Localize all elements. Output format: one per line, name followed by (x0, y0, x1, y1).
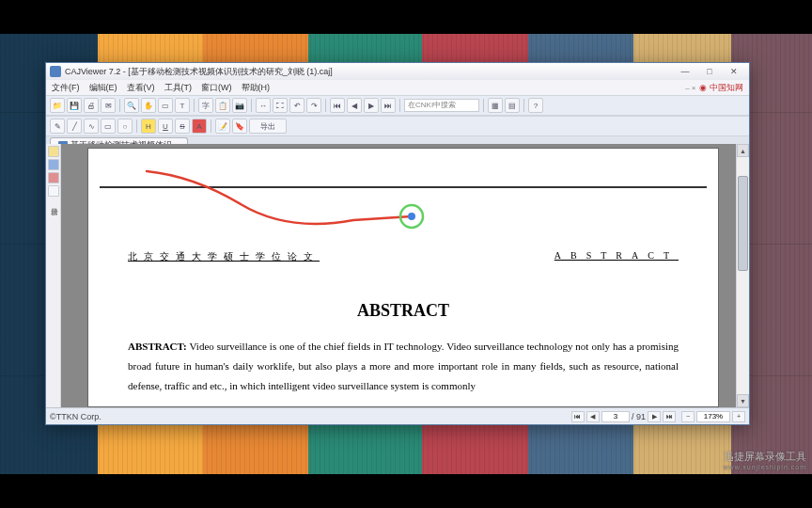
app-icon (50, 66, 61, 77)
last-page-button[interactable]: ⏭ (381, 98, 396, 113)
status-next-button[interactable]: ▶ (648, 411, 661, 422)
color-button[interactable]: A (192, 119, 207, 134)
document-title: ABSTRACT (100, 301, 707, 321)
letterbox-top (0, 0, 812, 34)
zoom-in-button[interactable]: + (732, 411, 745, 422)
fit-page-button[interactable]: ⛶ (273, 98, 288, 113)
underline-button[interactable]: U (158, 119, 173, 134)
fit-width-button[interactable]: ↔ (256, 98, 271, 113)
rotate-left-button[interactable]: ↶ (289, 98, 304, 113)
strikethrough-button[interactable]: S (175, 119, 190, 134)
sidebar-tools: 目录 (46, 144, 61, 407)
document-viewport[interactable]: 北京交通大学硕士学位论文 ABSTRACT ABSTRACT ABSTRACT:… (61, 144, 736, 407)
status-copyright: ©TTKN Corp. (50, 412, 566, 421)
save-button[interactable]: 💾 (67, 98, 82, 113)
menu-edit[interactable]: 编辑(E) (89, 82, 117, 94)
toolbar-row-1: 📁 💾 🖨 ✉ 🔍 ✋ ▭ T 字 📋 📷 ↔ ⛶ ↶ ↷ ⏮ ◀ ▶ ⏭ 在C… (46, 95, 749, 116)
bookmark-button[interactable]: 🔖 (232, 119, 247, 134)
maximize-button[interactable]: □ (698, 65, 721, 78)
status-first-button[interactable]: ⏮ (571, 411, 585, 422)
highlight-red-tool[interactable] (48, 172, 59, 183)
layout-button-1[interactable]: ▦ (488, 98, 503, 113)
snapshot-button[interactable]: 📷 (232, 98, 247, 113)
svg-point-0 (400, 205, 423, 228)
cnki-search-input[interactable]: 在CNKI中搜索 (404, 99, 479, 112)
vertical-scrollbar[interactable]: ▲ ▼ (736, 144, 749, 407)
toolbar-row-2: ✎ ╱ ∿ ▭ ○ H U S A 📝 🔖 导出 (46, 116, 749, 136)
page-navigation: ⏮ ◀ / 91 ▶ ⏭ (571, 411, 676, 422)
cnki-link[interactable]: ◉ 中国知网 (699, 82, 743, 94)
export-button[interactable]: 导出 (249, 119, 287, 134)
status-last-button[interactable]: ⏭ (663, 411, 676, 422)
annotate-curve-button[interactable]: ∿ (84, 119, 99, 134)
menubar: 文件(F) 编辑(E) 查看(V) 工具(T) 窗口(W) 帮助(H) – × … (46, 80, 749, 95)
scroll-up-button[interactable]: ▲ (737, 144, 749, 157)
note-button[interactable]: 📝 (215, 119, 230, 134)
page-total-label: / 91 (632, 412, 646, 421)
eraser-tool[interactable] (48, 185, 59, 197)
annotate-pen-button[interactable]: ✎ (50, 119, 65, 134)
menu-file[interactable]: 文件(F) (52, 82, 80, 94)
rotate-right-button[interactable]: ↷ (306, 98, 321, 113)
zoom-out-button[interactable]: − (681, 411, 695, 422)
scroll-down-button[interactable]: ▼ (737, 394, 749, 407)
highlight-yellow-tool[interactable] (48, 146, 59, 157)
svg-point-1 (408, 213, 415, 220)
highlight-blue-tool[interactable] (48, 159, 59, 170)
hand-tool-button[interactable]: ✋ (141, 98, 156, 113)
print-button[interactable]: 🖨 (84, 98, 99, 113)
document-body: ABSTRACT: Video surveillance is one of t… (128, 337, 679, 396)
zoom-level-input[interactable] (696, 411, 730, 422)
abstract-label: ABSTRACT: (128, 341, 187, 352)
annotate-rect-button[interactable]: ▭ (101, 119, 116, 134)
ocr-button[interactable]: 字 (198, 98, 213, 113)
annotate-ellipse-button[interactable]: ○ (117, 119, 133, 134)
pen-annotation (137, 162, 438, 246)
menu-tools[interactable]: 工具(T) (164, 82, 193, 94)
scroll-track[interactable] (737, 157, 749, 394)
select-button[interactable]: ▭ (158, 98, 173, 113)
app-window: CAJViewer 7.2 - [基于移动检测技术视频体识别技术的研究_刘晓 (… (45, 62, 750, 425)
first-page-button[interactable]: ⏮ (330, 98, 345, 113)
abstract-text: Video surveillance is one of the chief f… (128, 341, 679, 391)
menu-view[interactable]: 查看(V) (127, 82, 155, 94)
prev-page-button[interactable]: ◀ (347, 98, 362, 113)
document-page: 北京交通大学硕士学位论文 ABSTRACT ABSTRACT ABSTRACT:… (87, 148, 719, 407)
recorder-watermark: 迅捷屏幕录像工具 www.xunjieshipin.com (724, 450, 806, 470)
mail-button[interactable]: ✉ (101, 98, 116, 113)
text-select-button[interactable]: T (175, 98, 190, 113)
next-page-button[interactable]: ▶ (364, 98, 379, 113)
titlebar[interactable]: CAJViewer 7.2 - [基于移动检测技术视频体识别技术的研究_刘晓 (… (46, 63, 749, 80)
watermark-line-1: 迅捷屏幕录像工具 (724, 450, 806, 464)
menu-help[interactable]: 帮助(H) (242, 82, 271, 94)
header-chinese: 北京交通大学硕士学位论文 (128, 250, 320, 263)
layout-button-2[interactable]: ▤ (505, 98, 520, 113)
annotate-line-button[interactable]: ╱ (67, 119, 82, 134)
statusbar: ©TTKN Corp. ⏮ ◀ / 91 ▶ ⏭ − + (46, 407, 749, 424)
letterbox-bottom (0, 474, 812, 508)
mdi-buttons[interactable]: – × (685, 84, 695, 92)
open-button[interactable]: 📁 (50, 98, 65, 113)
watermark-line-2: www.xunjieshipin.com (724, 464, 806, 470)
highlight-button[interactable]: H (141, 119, 156, 134)
close-button[interactable]: ✕ (723, 65, 745, 78)
search-button[interactable]: 🔍 (124, 98, 139, 113)
menu-window[interactable]: 窗口(W) (201, 82, 232, 94)
page-header-rule (100, 186, 707, 188)
status-prev-button[interactable]: ◀ (586, 411, 600, 422)
page-number-input[interactable] (601, 411, 630, 422)
help-button[interactable]: ? (528, 98, 543, 113)
copy-button[interactable]: 📋 (215, 98, 230, 113)
zoom-controls: − + (681, 411, 745, 422)
page-running-header: 北京交通大学硕士学位论文 ABSTRACT (128, 250, 679, 263)
content-area: 目录 北京交通大学硕士学位论文 ABSTRACT ABSTRACT (46, 144, 749, 407)
header-english: ABSTRACT (554, 250, 679, 263)
scroll-thumb[interactable] (738, 176, 748, 271)
minimize-button[interactable]: — (674, 65, 696, 78)
window-title: CAJViewer 7.2 - [基于移动检测技术视频体识别技术的研究_刘晓 (… (65, 66, 674, 78)
